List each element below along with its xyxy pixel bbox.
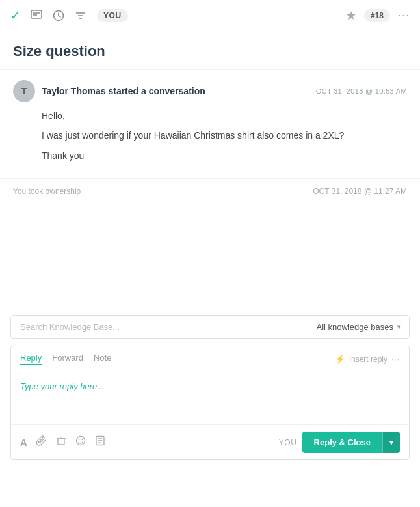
svg-point-14 xyxy=(82,439,83,441)
reply-tab-group: Reply Forward Note xyxy=(20,353,111,365)
ownership-time: OCT 31, 2018 @ 11:27 AM xyxy=(313,187,407,196)
reply-area: Reply Forward Note ⚡ Insert reply ··· Ty… xyxy=(10,346,410,460)
ownership-text: You took ownership xyxy=(13,187,81,196)
chat-icon[interactable] xyxy=(31,10,42,21)
kb-search-input[interactable] xyxy=(11,316,308,338)
article-icon[interactable] xyxy=(95,435,105,449)
toolbar-icon-group: ✓ YOU xyxy=(10,8,335,23)
emoji-icon[interactable] xyxy=(75,435,86,449)
reply-close-button[interactable]: Reply & Close xyxy=(302,432,382,453)
message-line-1: Hello, xyxy=(42,109,407,123)
page-title: Size question xyxy=(0,31,420,70)
more-icon[interactable]: ··· xyxy=(398,8,410,22)
tab-forward[interactable]: Forward xyxy=(52,353,83,365)
message-block: T Taylor Thomas started a conversation O… xyxy=(0,70,420,179)
spacer xyxy=(0,204,420,308)
star-icon[interactable]: ★ xyxy=(346,8,356,23)
filter-icon[interactable] xyxy=(75,10,86,21)
reply-close-btn-group: Reply & Close ▾ xyxy=(302,432,400,453)
kb-dropdown-label: All knowledge bases xyxy=(316,322,393,332)
clock-icon[interactable] xyxy=(53,10,64,21)
reply-close-chevron-icon[interactable]: ▾ xyxy=(382,432,400,453)
insert-reply-more-icon[interactable]: ··· xyxy=(391,355,400,364)
bottom-right: YOU Reply & Close ▾ xyxy=(279,432,400,453)
message-sender: T Taylor Thomas started a conversation xyxy=(13,80,205,102)
message-body: Hello, I was just wondering if your Hawa… xyxy=(13,109,407,163)
reply-bottom-toolbar: A xyxy=(11,424,409,459)
svg-point-13 xyxy=(79,439,80,441)
message-timestamp: OCT 31, 2018 @ 10:53 AM xyxy=(316,87,407,95)
top-toolbar: ✓ YOU ★ #18 ··· xyxy=(0,0,420,31)
insert-reply-label: Insert reply xyxy=(349,355,387,364)
ticket-badge[interactable]: #18 xyxy=(364,9,390,22)
message-line-3: Thank you xyxy=(42,148,407,163)
reply-placeholder: Type your reply here... xyxy=(20,381,104,391)
delete-icon[interactable] xyxy=(56,435,66,449)
svg-line-5 xyxy=(59,16,60,17)
avatar: T xyxy=(13,80,35,102)
lightning-icon: ⚡ xyxy=(335,354,345,364)
insert-reply[interactable]: ⚡ Insert reply ··· xyxy=(335,354,400,364)
svg-rect-9 xyxy=(58,439,64,445)
bottom-icons: A xyxy=(20,435,105,449)
tab-reply[interactable]: Reply xyxy=(20,353,42,365)
chevron-down-icon: ▾ xyxy=(397,323,401,331)
message-line-2: I was just wondering if your Hawaiian Ch… xyxy=(42,128,407,143)
message-header: T Taylor Thomas started a conversation O… xyxy=(13,80,407,102)
kb-dropdown[interactable]: All knowledge bases ▾ xyxy=(308,316,409,338)
attachment-icon[interactable] xyxy=(36,435,47,449)
user-badge: YOU xyxy=(97,9,128,22)
svg-rect-0 xyxy=(31,10,42,18)
reply-input[interactable]: Type your reply here... xyxy=(11,372,409,424)
sender-name: Taylor Thomas started a conversation xyxy=(42,86,205,96)
conversation: T Taylor Thomas started a conversation O… xyxy=(0,70,420,204)
ownership-note: You took ownership OCT 31, 2018 @ 11:27 … xyxy=(0,179,420,204)
tab-note[interactable]: Note xyxy=(94,353,111,365)
you-label: YOU xyxy=(279,438,297,447)
kb-search-bar: All knowledge bases ▾ xyxy=(10,315,410,339)
toolbar-right-group: ★ #18 ··· xyxy=(346,8,410,23)
check-icon[interactable]: ✓ xyxy=(10,8,20,23)
text-format-icon[interactable]: A xyxy=(20,437,27,448)
reply-tabs: Reply Forward Note ⚡ Insert reply ··· xyxy=(11,346,409,372)
